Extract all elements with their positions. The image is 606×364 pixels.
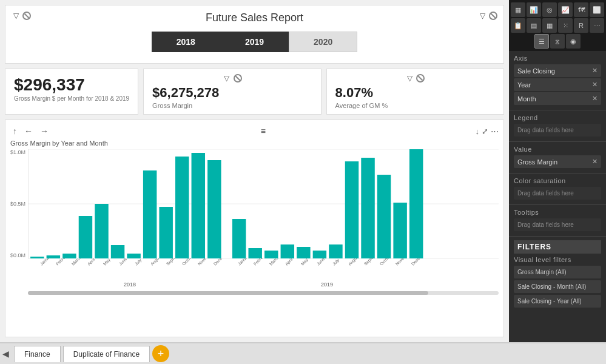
svg-rect-24 [361, 158, 374, 258]
svg-text:August: August [150, 258, 163, 266]
svg-text:November: November [197, 258, 214, 266]
no-filter-icon-kpi-avg[interactable] [416, 74, 425, 83]
axis-label: Axis [514, 55, 601, 62]
no-filter-icon[interactable] [22, 12, 31, 20]
report-title: Future Sales Report [12, 12, 497, 24]
kpi-filter-right: ▽ [335, 74, 495, 83]
no-filter-icon-right[interactable] [489, 12, 497, 20]
toolbar-icon-square[interactable]: ⬜ [590, 2, 604, 17]
toolbar-icon-list[interactable]: 📋 [511, 18, 525, 33]
svg-text:October: October [181, 258, 195, 266]
svg-text:March: March [269, 258, 280, 266]
svg-rect-11 [143, 170, 157, 258]
filter-icon[interactable]: ▽ [12, 12, 20, 20]
toolbar-icon-more1[interactable]: ⋯ [590, 18, 604, 33]
add-tab-button[interactable]: + [152, 345, 169, 362]
filter-icon-right[interactable]: ▽ [478, 12, 486, 20]
tab-finance[interactable]: Finance [14, 346, 61, 362]
svg-text:April: April [284, 258, 294, 266]
svg-rect-17 [249, 248, 262, 258]
main-kpi-label: Gross Margin $ per Month for 2018 & 2019 [14, 95, 129, 103]
remove-gross-margin[interactable]: ✕ [592, 158, 598, 166]
svg-rect-6 [62, 254, 76, 258]
toolbar-icon-line[interactable]: 📈 [558, 2, 573, 17]
toolbar-icon-stacked[interactable]: ▤ [527, 18, 541, 33]
year-selector: 2018 2019 2020 [12, 32, 497, 52]
axis-field-sale-closing[interactable]: Sale Closing ✕ [514, 64, 601, 77]
chart-expand-view-btn[interactable]: ⤢ [482, 127, 488, 136]
filter-chip-gross-margin[interactable]: Gross Margin (All) [514, 266, 601, 278]
svg-rect-27 [409, 149, 423, 258]
icon-toolbar: ▦ 📊 ◎ 📈 🗺 ⬜ 📋 ▤ ▦ ⁙ R ⋯ ☰ ⧖ ◉ [509, 0, 606, 51]
svg-rect-21 [313, 251, 326, 258]
avg-gm-value: 8.07% [335, 85, 495, 101]
svg-rect-14 [192, 153, 205, 258]
y-label-zero: $0.0M [10, 252, 25, 258]
filter-icon-kpi-gm[interactable]: ▽ [223, 74, 231, 83]
filter-chip-sale-closing-month[interactable]: Sale Closing - Month (All) [514, 280, 601, 293]
chart-more-btn[interactable]: ⋯ [491, 127, 499, 136]
remove-year[interactable]: ✕ [592, 81, 598, 89]
year-2019-button[interactable]: 2019 [220, 32, 289, 52]
toolbar-icon-scatter[interactable]: ⁙ [558, 18, 573, 33]
legend-section: Legend Drag data fields here [509, 110, 606, 142]
axis-field-year[interactable]: Year ✕ [514, 78, 601, 91]
chart-download-btn[interactable]: ↓ [475, 127, 479, 136]
icon-row-2: 📋 ▤ ▦ ⁙ R ⋯ [511, 18, 604, 33]
svg-rect-20 [297, 247, 310, 258]
svg-text:May: May [103, 258, 112, 266]
value-label: Value [514, 146, 601, 153]
toolbar-icon-analytics[interactable]: ◉ [566, 34, 581, 49]
year-2018-button[interactable]: 2018 [152, 32, 220, 52]
toolbar-icon-format[interactable]: ☰ [534, 34, 549, 49]
svg-rect-18 [264, 251, 278, 258]
avg-gm-kpi-card: ▽ 8.07% Average of GM % [326, 69, 504, 115]
svg-text:January: January [39, 258, 54, 266]
y-label-mid: $0.5M [10, 201, 25, 207]
svg-text:2018: 2018 [124, 281, 136, 288]
filter-chip-sale-closing-year[interactable]: Sale Closing - Year (All) [514, 295, 601, 308]
toolbar-icon-r[interactable]: R [574, 18, 588, 33]
toolbar-icon-bar[interactable]: 📊 [527, 2, 541, 17]
color-saturation-label: Color saturation [514, 177, 601, 184]
top-right-filter: ▽ [478, 12, 497, 20]
year-2020-button[interactable]: 2020 [289, 32, 357, 52]
svg-rect-13 [175, 157, 189, 258]
chart-scrollbar[interactable] [28, 291, 499, 295]
svg-text:January: January [237, 258, 252, 266]
chart-back-btn[interactable]: ← [22, 125, 35, 137]
axis-field-month[interactable]: Month ✕ [514, 92, 601, 105]
svg-rect-22 [329, 244, 342, 258]
toolbar-icon-map[interactable]: 🗺 [574, 2, 588, 17]
svg-rect-8 [95, 204, 108, 258]
value-field-gross-margin[interactable]: Gross Margin ✕ [514, 155, 601, 168]
main-kpi-card: $296,337 Gross Margin $ per Month for 20… [5, 69, 138, 115]
filter-icon-kpi-avg[interactable]: ▽ [405, 74, 414, 83]
svg-rect-25 [377, 175, 391, 258]
nav-left[interactable]: ◀ [2, 349, 9, 359]
icon-row-3: ☰ ⧖ ◉ [534, 34, 581, 49]
svg-text:May: May [300, 258, 309, 266]
icon-row-1: ▦ 📊 ◎ 📈 🗺 ⬜ [511, 2, 604, 17]
toolbar-icon-filter2[interactable]: ⧖ [550, 34, 565, 49]
toolbar-icon-table[interactable]: ▦ [511, 2, 525, 17]
gross-margin-label: Gross Margin [152, 102, 312, 109]
svg-rect-19 [281, 244, 294, 258]
svg-text:June: June [316, 258, 326, 266]
chart-expand-btn[interactable]: ↑ [10, 125, 19, 137]
remove-sale-closing[interactable]: ✕ [592, 67, 598, 75]
remove-month[interactable]: ✕ [592, 95, 598, 103]
scrollbar-thumb [28, 291, 428, 295]
svg-text:March: March [71, 258, 82, 266]
svg-text:July: July [332, 258, 341, 266]
svg-text:August: August [348, 258, 360, 266]
no-filter-icon-kpi-gm[interactable] [234, 74, 242, 83]
tab-duplicate-finance[interactable]: Duplicate of Finance [63, 346, 150, 362]
chart-forward-btn[interactable]: → [38, 125, 51, 137]
chart-toolbar-left: ↑ ← → [10, 125, 51, 137]
toolbar-icon-donut[interactable]: ◎ [542, 2, 557, 17]
kpi-filter-left: ▽ [152, 74, 312, 83]
toolbar-icon-grid[interactable]: ▦ [542, 18, 557, 33]
svg-rect-9 [111, 245, 124, 258]
chart-menu-btn[interactable]: ≡ [258, 125, 268, 137]
